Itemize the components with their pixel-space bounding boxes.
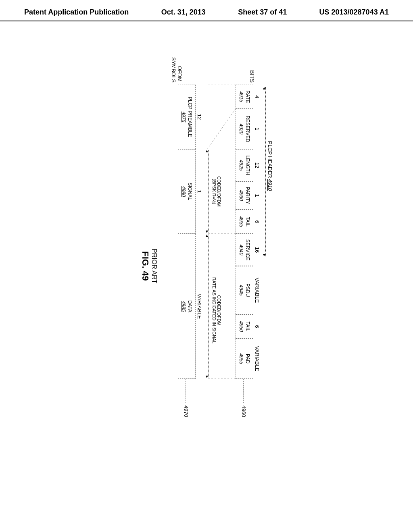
- sym-preamble: PLCP PREAMBLE4975: [178, 85, 196, 149]
- field-psdu: PSDU4945: [236, 266, 253, 314]
- bits-length: 12: [253, 149, 261, 181]
- field-service: SERVICE4940: [236, 234, 253, 266]
- bits-pad: VARIABLE: [253, 339, 261, 379]
- lead-upper: [243, 379, 244, 403]
- bits-reserved: 1: [253, 109, 261, 149]
- sheet-num: Sheet 37 of 41: [238, 8, 287, 17]
- field-reserved: RESERVED4920: [236, 109, 253, 149]
- lead-upper-num: 4960: [241, 405, 247, 417]
- pub-date: Oct. 31, 2013: [161, 8, 206, 17]
- figure-diagram: PLCP HEADER4910 BITS 4 1 12 1 6 16 VARIA…: [140, 85, 273, 447]
- sym-data-count: VARIABLE: [196, 234, 203, 379]
- plcp-extent-arrow: [265, 87, 266, 256]
- lead-lower: [186, 379, 186, 403]
- fields-row: RATE4915 RESERVED4920 LENGTH4925 PARITY4…: [236, 85, 253, 447]
- field-parity: PARITY4930: [236, 181, 253, 210]
- prior-art-label: PRIOR ART: [150, 85, 158, 447]
- sym-signal-count: 1: [196, 149, 203, 234]
- figure-caption: PRIOR ART FIG. 49: [140, 85, 158, 447]
- coding-signal-label: CODED/OFDM (BPSK R=½): [212, 155, 221, 228]
- lead-lower-num: 4970: [183, 405, 189, 417]
- bits-rate: 4: [253, 85, 261, 109]
- symbols-count-row: 12 1 VARIABLE: [196, 85, 203, 447]
- bits-psdu: VARIABLE: [253, 266, 261, 314]
- bits-label: BITS: [249, 70, 255, 83]
- figure-number: FIG. 49: [140, 85, 150, 447]
- coding-data-label: CODED/OFDM RATE AS INDICATED IN SIGNAL: [212, 246, 221, 375]
- field-length: LENGTH4925: [236, 149, 253, 181]
- sym-signal: SIGNAL4980: [178, 149, 196, 234]
- bits-tail1: 6: [253, 210, 261, 234]
- svg-line-1: [207, 109, 236, 149]
- field-tail1: TAIL4935: [236, 210, 253, 234]
- field-rate: RATE4915: [236, 85, 253, 109]
- field-pad: PAD4955: [236, 339, 253, 379]
- bits-parity: 1: [253, 181, 261, 210]
- signal-extent-arrow: [208, 150, 209, 233]
- plcp-header-label: PLCP HEADER4910: [267, 141, 273, 191]
- ofdm-symbols-label: OFDM SYMBOLS: [171, 57, 183, 81]
- sym-data: DATA4985: [178, 234, 196, 379]
- pub-number: US 2013/0287043 A1: [319, 8, 389, 17]
- bits-row: 4 1 12 1 6 16 VARIABLE 6 VARIABLE: [253, 85, 261, 447]
- data-extent-arrow: [208, 235, 209, 378]
- bits-service: 16: [253, 234, 261, 266]
- sym-preamble-count: 12: [196, 85, 203, 149]
- bits-tail2: 6: [253, 314, 261, 339]
- symbols-row: PLCP PREAMBLE4975 SIGNAL4980 DATA4985 49…: [178, 85, 196, 447]
- page-header: Patent Application Publication Oct. 31, …: [0, 0, 413, 21]
- plcp-header-bracket: PLCP HEADER4910: [264, 85, 273, 447]
- field-tail2: TAIL4950: [236, 314, 253, 339]
- pub-label: Patent Application Publication: [24, 8, 129, 17]
